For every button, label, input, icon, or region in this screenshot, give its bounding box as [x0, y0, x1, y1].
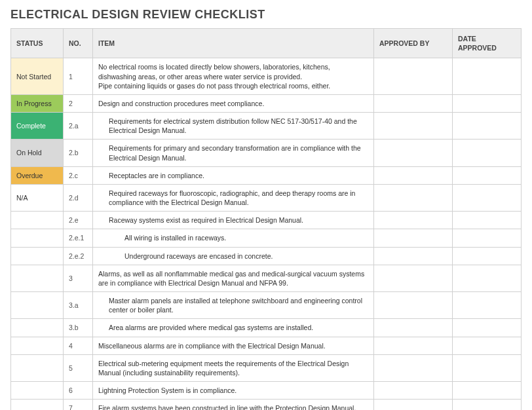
row-item: No electrical rooms is located directly … [93, 58, 374, 95]
row-number: 5 [64, 354, 93, 381]
row-number: 2.c [64, 166, 93, 184]
page-title: ELECTRICAL DESIGN REVIEW CHECKLIST [10, 8, 522, 22]
row-item: Master alarm panels are installed at tel… [93, 292, 374, 319]
row-item: Electrical sub-metering equipment meets … [93, 354, 374, 381]
date-approved-cell[interactable] [453, 184, 522, 211]
row-item: Design and construction procedures meet … [93, 94, 374, 112]
approved-by-cell[interactable] [374, 184, 453, 211]
table-row: On Hold2.bRequirements for primary and s… [11, 140, 522, 166]
row-number: 2 [64, 94, 93, 112]
status-cell[interactable] [11, 354, 64, 381]
status-cell[interactable]: In Progress [11, 94, 64, 112]
status-cell[interactable] [11, 265, 64, 291]
date-approved-cell[interactable] [453, 94, 522, 112]
status-cell[interactable] [11, 247, 64, 265]
date-approved-cell[interactable] [453, 247, 522, 265]
date-approved-cell[interactable] [453, 229, 522, 247]
row-item: Alarms, as well as all nonflammable medi… [93, 265, 374, 291]
row-item: Miscellaneous alarms are in compliance w… [93, 337, 374, 354]
table-row: Not Started1No electrical rooms is locat… [11, 58, 522, 95]
checklist-table: STATUS NO. ITEM APPROVED BY DATE APPROVE… [10, 28, 522, 410]
approved-by-cell[interactable] [374, 58, 453, 95]
table-row: 2.e.2Underground raceways are encased in… [11, 247, 522, 265]
row-number: 3.b [64, 319, 93, 337]
approved-by-cell[interactable] [374, 354, 453, 381]
approved-by-cell[interactable] [374, 113, 453, 140]
table-header-row: STATUS NO. ITEM APPROVED BY DATE APPROVE… [11, 29, 522, 58]
approved-by-cell[interactable] [374, 229, 453, 247]
row-item: Underground raceways are encased in conc… [93, 247, 374, 265]
approved-by-cell[interactable] [374, 292, 453, 319]
row-number: 2.e.1 [64, 229, 93, 247]
row-number: 2.e [64, 212, 93, 229]
approved-by-cell[interactable] [374, 140, 453, 166]
status-cell[interactable] [11, 212, 64, 229]
col-item: ITEM [93, 29, 374, 58]
table-row: Overdue2.cReceptacles are in compliance. [11, 166, 522, 184]
status-cell[interactable] [11, 319, 64, 337]
row-number: 3 [64, 265, 93, 291]
approved-by-cell[interactable] [374, 265, 453, 291]
date-approved-cell[interactable] [453, 166, 522, 184]
row-item: Required raceways for fluoroscopic, radi… [93, 184, 374, 211]
row-number: 1 [64, 58, 93, 95]
date-approved-cell[interactable] [453, 319, 522, 337]
status-cell[interactable] [11, 292, 64, 319]
table-row: N/A2.dRequired raceways for fluoroscopic… [11, 184, 522, 211]
table-row: 3Alarms, as well as all nonflammable med… [11, 265, 522, 291]
approved-by-cell[interactable] [374, 247, 453, 265]
table-row: Complete2.aRequirements for electrical s… [11, 113, 522, 140]
approved-by-cell[interactable] [374, 166, 453, 184]
status-cell[interactable]: Complete [11, 113, 64, 140]
status-cell[interactable]: On Hold [11, 140, 64, 166]
approved-by-cell[interactable] [374, 337, 453, 354]
row-item: Raceway systems exist as required in Ele… [93, 212, 374, 229]
date-approved-cell[interactable] [453, 400, 522, 410]
row-number: 7 [64, 400, 93, 410]
status-cell[interactable]: Not Started [11, 58, 64, 95]
date-approved-cell[interactable] [453, 354, 522, 381]
date-approved-cell[interactable] [453, 265, 522, 291]
status-cell[interactable] [11, 229, 64, 247]
row-number: 4 [64, 337, 93, 354]
table-row: 6Lightning Protection System is in compl… [11, 382, 522, 400]
row-number: 2.a [64, 113, 93, 140]
date-approved-cell[interactable] [453, 382, 522, 400]
table-row: 4Miscellaneous alarms are in compliance … [11, 337, 522, 354]
approved-by-cell[interactable] [374, 400, 453, 410]
table-row: 3.aMaster alarm panels are installed at … [11, 292, 522, 319]
table-row: 3.bArea alarms are provided where medica… [11, 319, 522, 337]
status-cell[interactable] [11, 382, 64, 400]
date-approved-cell[interactable] [453, 292, 522, 319]
row-number: 2.b [64, 140, 93, 166]
approved-by-cell[interactable] [374, 382, 453, 400]
row-item: Fire alarm systems have been constructed… [93, 400, 374, 410]
row-item: Area alarms are provided where medical g… [93, 319, 374, 337]
date-approved-cell[interactable] [453, 140, 522, 166]
row-item: Requirements for electrical system distr… [93, 113, 374, 140]
approved-by-cell[interactable] [374, 94, 453, 112]
date-approved-cell[interactable] [453, 212, 522, 229]
col-approved-by: APPROVED BY [374, 29, 453, 58]
table-row: 2.e.1All wiring is installed in raceways… [11, 229, 522, 247]
status-cell[interactable] [11, 337, 64, 354]
approved-by-cell[interactable] [374, 319, 453, 337]
row-item: All wiring is installed in raceways. [93, 229, 374, 247]
status-cell[interactable]: N/A [11, 184, 64, 211]
date-approved-cell[interactable] [453, 113, 522, 140]
table-row: 5Electrical sub-metering equipment meets… [11, 354, 522, 381]
table-row: In Progress2Design and construction proc… [11, 94, 522, 112]
status-cell[interactable] [11, 400, 64, 410]
row-item: Requirements for primary and secondary t… [93, 140, 374, 166]
approved-by-cell[interactable] [374, 212, 453, 229]
table-row: 2.eRaceway systems exist as required in … [11, 212, 522, 229]
date-approved-cell[interactable] [453, 337, 522, 354]
status-cell[interactable]: Overdue [11, 166, 64, 184]
date-approved-cell[interactable] [453, 58, 522, 95]
row-number: 2.e.2 [64, 247, 93, 265]
row-number: 6 [64, 382, 93, 400]
row-item: Lightning Protection System is in compli… [93, 382, 374, 400]
row-number: 3.a [64, 292, 93, 319]
col-date-approved: DATE APPROVED [453, 29, 522, 58]
col-status: STATUS [11, 29, 64, 58]
